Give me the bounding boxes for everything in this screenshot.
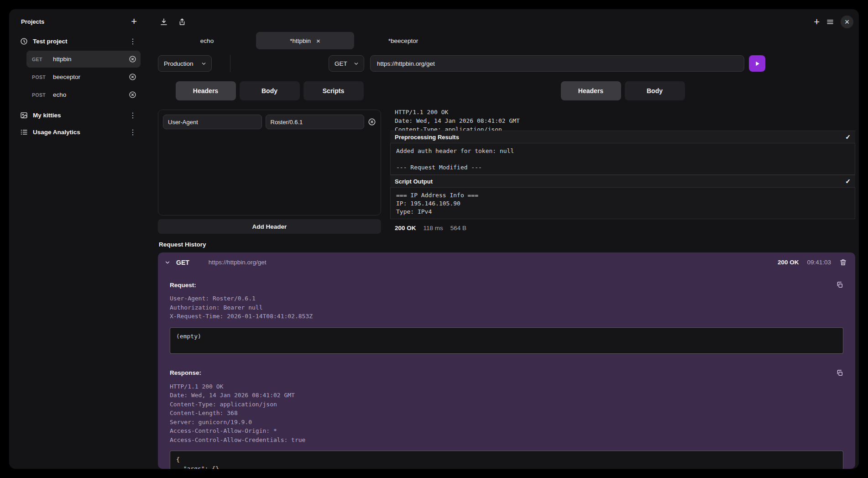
menu-button[interactable] — [826, 18, 834, 26]
tab-echo[interactable]: echo — [158, 32, 256, 49]
panels: Headers Body Scripts Add Header — [158, 81, 855, 234]
send-button[interactable] — [749, 55, 765, 72]
method-value: GET — [335, 60, 347, 67]
list-icon — [20, 128, 28, 136]
request-name: beeceptor — [53, 74, 125, 80]
history-entry-card: GET https://httpbin.org/get 200 OK 09:41… — [158, 252, 855, 469]
projects-title: Projects — [21, 18, 44, 25]
preprocessing-section-header[interactable]: Preprocessing Results ✓ — [390, 131, 855, 143]
kebab-icon: ⋮ — [129, 111, 137, 120]
toolbar-left — [158, 18, 186, 26]
project-name: Test project — [33, 38, 124, 45]
script-output: === IP Address Info === IP: 195.146.105.… — [390, 187, 855, 219]
request-label: Request: — [170, 282, 196, 289]
history-response-body: { "args": {}, "headers": { — [170, 451, 843, 469]
response-label-row: Response: — [170, 369, 843, 377]
status-duration: 118 ms — [424, 225, 443, 231]
tab-response-headers[interactable]: Headers — [561, 81, 621, 100]
project-menu-button[interactable]: ⋮ — [129, 111, 137, 120]
image-icon — [20, 111, 28, 119]
request-panel-tabs: Headers Body Scripts — [158, 81, 381, 100]
environment-select[interactable]: Production — [158, 55, 212, 72]
app-window: Projects + Test project ⋮ GET httpbin PO… — [9, 9, 859, 469]
history-header-right: 200 OK 09:41:03 — [778, 258, 847, 266]
history-request-headers: User-Agent: Roster/0.6.1 Authorization: … — [170, 294, 843, 321]
sidebar-request-httpbin[interactable]: GET httpbin — [26, 51, 141, 68]
request-panel: Headers Body Scripts Add Header — [158, 81, 381, 234]
status-code: 200 OK — [395, 225, 416, 231]
chevron-down-icon — [164, 259, 171, 266]
response-panel: Headers Body HTTP/1.1 200 OK Date: Wed, … — [390, 81, 855, 234]
tab-request-headers[interactable]: Headers — [176, 81, 236, 100]
header-row — [163, 115, 376, 129]
history-status: 200 OK — [778, 259, 799, 266]
method-badge: POST — [32, 74, 49, 80]
delete-history-button[interactable] — [839, 258, 847, 266]
export-button[interactable] — [178, 18, 186, 26]
sidebar-header: Projects + — [15, 16, 141, 33]
history-request-body: (empty) — [170, 327, 843, 354]
response-headers-text: HTTP/1.1 200 OK Date: Wed, 14 Jan 2026 0… — [390, 108, 855, 131]
tab-request-scripts[interactable]: Scripts — [303, 81, 364, 100]
chevron-down-icon — [353, 61, 359, 67]
close-window-button[interactable]: × — [841, 16, 853, 28]
sidebar-request-echo[interactable]: POST echo — [26, 86, 141, 103]
header-key-input[interactable] — [163, 115, 262, 129]
close-tab-icon[interactable]: × — [316, 37, 320, 45]
history-response-headers: HTTP/1.1 200 OK Date: Wed, 14 Jan 2026 0… — [170, 382, 843, 445]
toolbar-right: + × — [814, 16, 855, 28]
sidebar-item-usage-analytics[interactable]: Usage Analytics ⋮ — [15, 124, 141, 141]
tabstrip: echo *httpbin × *beeceptor — [158, 32, 855, 49]
header-value-input[interactable] — [266, 115, 365, 129]
response-label: Response: — [170, 369, 201, 376]
request-label-row: Request: — [170, 281, 843, 289]
project-menu-button[interactable]: ⋮ — [129, 37, 137, 46]
project-name: Usage Analytics — [33, 129, 124, 136]
sidebar-item-my-kitties[interactable]: My kitties ⋮ — [15, 107, 141, 124]
headers-editor — [158, 110, 381, 215]
method-badge: GET — [32, 57, 49, 62]
tab-response-body[interactable]: Body — [625, 81, 685, 100]
method-select[interactable]: GET — [329, 55, 364, 72]
request-name: echo — [53, 91, 125, 98]
section-title: Script Output — [395, 178, 433, 185]
history-entry-body: Request: User-Agent: Roster/0.6.1 Author… — [158, 272, 855, 469]
close-icon: × — [845, 18, 850, 26]
new-tab-button[interactable]: + — [814, 17, 820, 27]
request-bar-divider — [230, 55, 230, 72]
tab-request-body[interactable]: Body — [240, 81, 300, 100]
sidebar-request-beeceptor[interactable]: POST beeceptor — [26, 68, 141, 85]
copy-response-button[interactable] — [836, 369, 843, 377]
url-input[interactable] — [370, 55, 744, 72]
share-icon — [178, 18, 186, 26]
history-entry-header[interactable]: GET https://httpbin.org/get 200 OK 09:41… — [158, 252, 855, 272]
history-url: https://httpbin.org/get — [209, 259, 267, 266]
download-icon — [160, 18, 168, 26]
history-time: 09:41:03 — [807, 259, 831, 266]
add-project-button[interactable]: + — [131, 16, 137, 26]
tab-label: echo — [200, 37, 214, 44]
close-request-button[interactable] — [129, 73, 136, 81]
remove-header-button[interactable] — [368, 118, 376, 126]
copy-request-button[interactable] — [836, 281, 843, 289]
clock-icon — [20, 37, 28, 45]
project-menu-button[interactable]: ⋮ — [129, 128, 137, 137]
method-badge: POST — [32, 92, 49, 98]
sidebar: Projects + Test project ⋮ GET httpbin PO… — [9, 9, 146, 469]
environment-value: Production — [164, 60, 193, 67]
add-header-button[interactable]: Add Header — [158, 219, 381, 234]
close-request-button[interactable] — [129, 91, 136, 99]
kebab-icon: ⋮ — [129, 128, 137, 137]
request-name: httpbin — [53, 56, 125, 63]
sidebar-item-test-project[interactable]: Test project ⋮ — [15, 33, 141, 50]
tab-httpbin[interactable]: *httpbin × — [256, 32, 354, 49]
history-title: Request History — [158, 241, 855, 248]
script-output-section-header[interactable]: Script Output ✓ — [390, 175, 855, 187]
close-request-button[interactable] — [129, 55, 136, 63]
tab-beeceptor[interactable]: *beeceptor — [354, 32, 452, 49]
main-area: + × echo *httpbin × *beeceptor Productio… — [146, 9, 859, 469]
preprocessing-output: Added auth header for token: null --- Re… — [390, 143, 855, 175]
project-name: My kitties — [33, 112, 124, 119]
tab-label: *httpbin — [290, 37, 311, 44]
import-button[interactable] — [160, 18, 168, 26]
